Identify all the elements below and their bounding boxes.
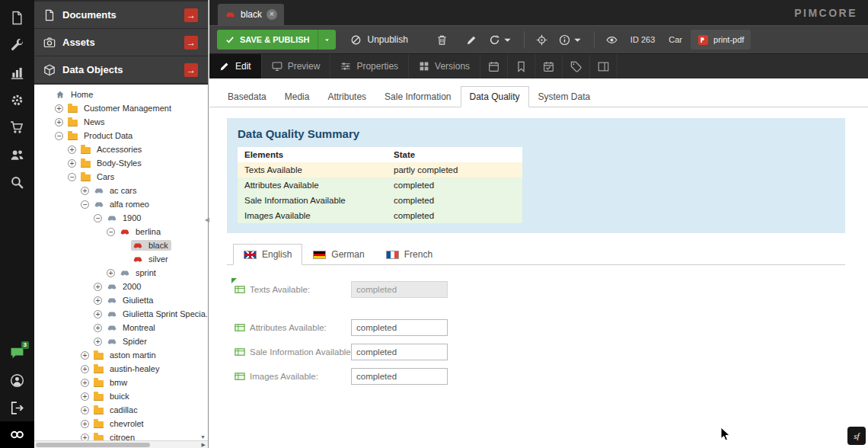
tree-item-2000[interactable]: +2000 — [34, 280, 208, 293]
tree-expander-minus-icon[interactable]: − — [94, 214, 102, 222]
open-preview-button[interactable] — [602, 30, 622, 50]
tree-item-product-data[interactable]: −Product Data — [34, 129, 208, 142]
tree-expander-plus-icon[interactable]: + — [81, 434, 89, 441]
language-tab-german[interactable]: German — [302, 244, 375, 265]
language-tab-french[interactable]: French — [375, 244, 443, 265]
content-tab-system-data[interactable]: System Data — [529, 86, 600, 107]
tree-item-accessories[interactable]: +Accessories — [34, 142, 208, 156]
tree-expander-plus-icon[interactable]: + — [68, 146, 76, 154]
tree-expander-plus-icon[interactable]: + — [94, 310, 102, 318]
rail-cart-button[interactable] — [0, 114, 34, 141]
scroll-down-arrow-icon[interactable]: ▼ — [200, 434, 206, 440]
tree-item-aston-martin[interactable]: +aston martin — [34, 348, 208, 362]
content-tab-attributes[interactable]: Attributes — [318, 86, 375, 107]
unpublish-button[interactable]: Unpublish — [343, 30, 414, 50]
tree-item-alfa-romeo[interactable]: −alfa romeo — [34, 197, 208, 211]
rail-chart-button[interactable] — [0, 59, 34, 86]
tree-item-montreal[interactable]: +Montreal — [34, 321, 208, 334]
tree-expander-plus-icon[interactable]: + — [81, 406, 89, 414]
field-input-sale-information-available[interactable] — [351, 344, 448, 360]
rail-logout-button[interactable] — [0, 394, 34, 421]
tree-item-cars[interactable]: −Cars — [34, 170, 208, 184]
tree-item-home[interactable]: Home — [34, 88, 208, 101]
tree-expander-plus-icon[interactable]: + — [107, 269, 115, 277]
rail-search-button[interactable] — [0, 168, 34, 196]
subtab-layout-button[interactable] — [590, 54, 617, 78]
tree-item-giulietta-sprint-specia[interactable]: +Giulietta Sprint Specia... — [34, 307, 208, 321]
tree-item-ac-cars[interactable]: +ac cars — [34, 184, 208, 197]
subtab-versions[interactable]: Versions — [409, 54, 480, 78]
tree-item-customer-management[interactable]: +Customer Management — [34, 101, 208, 115]
expand-arrow-icon[interactable]: → — [184, 63, 198, 77]
tree-expander-minus-icon[interactable]: − — [81, 200, 89, 209]
field-input-images-available[interactable] — [351, 368, 448, 385]
tree-item-news[interactable]: +News — [34, 115, 208, 129]
accordion-assets[interactable]: Assets→ — [34, 29, 208, 56]
subtab-schedule-button[interactable] — [480, 54, 508, 78]
tree-expander-minus-icon[interactable]: − — [107, 228, 115, 236]
tree-expander-plus-icon[interactable]: + — [81, 420, 89, 428]
tree-item-cadillac[interactable]: +cadillac — [34, 403, 208, 417]
tree-expander-plus-icon[interactable]: + — [81, 379, 89, 387]
tree-expander-plus-icon[interactable]: + — [94, 296, 102, 305]
expand-arrow-icon[interactable]: → — [184, 36, 198, 50]
scroll-right-arrow-icon[interactable]: ▶ — [202, 441, 206, 448]
tree-expander-plus-icon[interactable]: + — [81, 365, 89, 373]
open-tab-black[interactable]: black × — [218, 4, 284, 25]
content-tab-media[interactable]: Media — [276, 86, 319, 107]
sidebar-collapse-handle[interactable]: ◀ — [205, 216, 209, 223]
tree-item-austin-healey[interactable]: +austin-healey — [34, 362, 208, 376]
tree-item-black[interactable]: black — [34, 238, 208, 252]
tree-item-citroen[interactable]: +citroen — [34, 430, 208, 440]
subtab-properties[interactable]: Properties — [330, 54, 409, 78]
scrollbar-thumb[interactable] — [36, 443, 150, 447]
tree-expander-plus-icon[interactable]: + — [55, 104, 63, 113]
tree-item-sprint[interactable]: +sprint — [34, 266, 208, 280]
tree-expander-plus-icon[interactable]: + — [81, 351, 89, 360]
tree-expander-plus-icon[interactable]: + — [94, 283, 102, 291]
rail-users-button[interactable] — [0, 141, 34, 168]
reload-button[interactable] — [485, 30, 517, 50]
accordion-data-objects[interactable]: Data Objects→ — [34, 56, 208, 83]
field-input-attributes-available[interactable] — [351, 319, 448, 336]
info-button[interactable] — [555, 30, 587, 50]
tree-expander-plus-icon[interactable]: + — [55, 118, 63, 126]
subtab-edit[interactable]: Edit — [209, 54, 262, 78]
tree-item-1900[interactable]: −1900 — [34, 211, 208, 225]
rail-chat-button[interactable]: 3 — [0, 339, 34, 366]
tree-expander-plus-icon[interactable]: + — [81, 187, 89, 195]
tree-item-buick[interactable]: +buick — [34, 389, 208, 403]
rename-button[interactable] — [461, 30, 482, 50]
expand-arrow-icon[interactable]: → — [184, 8, 198, 22]
save-options-caret[interactable] — [318, 30, 336, 50]
print-pdf-button[interactable]: print-pdf — [691, 30, 751, 50]
tree-item-spider[interactable]: +Spider — [34, 334, 208, 348]
tree-expander-minus-icon[interactable]: − — [68, 173, 76, 181]
accordion-documents[interactable]: Documents→ — [34, 2, 208, 28]
subtab-tag-button[interactable] — [563, 54, 590, 78]
rail-tools-button[interactable] — [0, 31, 34, 59]
tree-expander-plus-icon[interactable]: + — [94, 338, 102, 346]
tree-item-giulietta[interactable]: +Giulietta — [34, 293, 208, 307]
content-tab-sale-information[interactable]: Sale Information — [375, 86, 460, 107]
rail-gear-button[interactable] — [0, 86, 34, 114]
tree-item-body-styles[interactable]: +Body-Styles — [34, 156, 208, 170]
delete-button[interactable] — [432, 30, 452, 50]
subtab-calendar-button[interactable] — [535, 54, 563, 78]
tree-item-silver[interactable]: silver — [34, 252, 208, 266]
locate-in-tree-button[interactable] — [531, 30, 552, 50]
language-tab-english[interactable]: English — [233, 244, 302, 265]
subtab-preview[interactable]: Preview — [262, 54, 331, 78]
tree-expander-plus-icon[interactable]: + — [94, 324, 102, 332]
subtab-bookmark-button[interactable] — [508, 54, 535, 78]
symfony-toolbar-badge[interactable]: sf — [847, 427, 866, 445]
tree-expander-plus-icon[interactable]: + — [68, 159, 76, 168]
save-publish-button[interactable]: SAVE & PUBLISH — [217, 30, 336, 50]
field-input-texts-available[interactable] — [351, 281, 448, 298]
rail-pimcore-button[interactable] — [0, 421, 34, 448]
tree-item-bmw[interactable]: +bmw — [34, 376, 208, 389]
tree-expander-plus-icon[interactable]: + — [81, 392, 89, 401]
content-tab-data-quality[interactable]: Data Quality — [461, 86, 529, 107]
tab-close-icon[interactable]: × — [266, 9, 277, 20]
rail-user-button[interactable] — [0, 366, 34, 394]
